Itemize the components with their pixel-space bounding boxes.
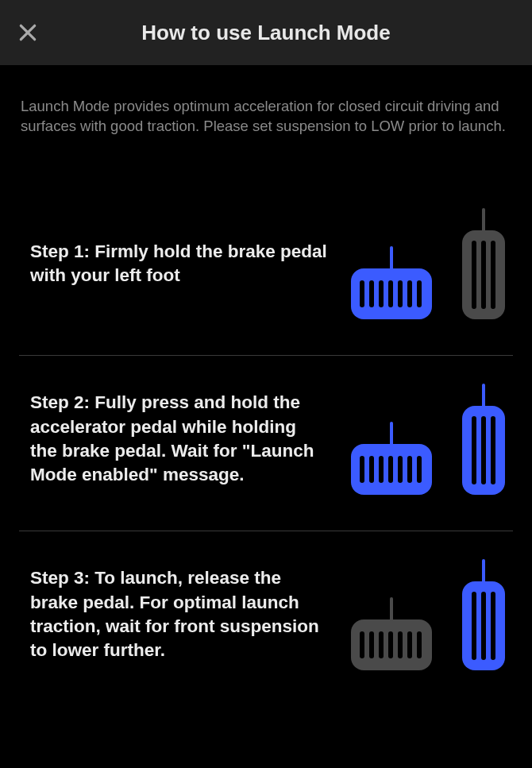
header: How to use Launch Mode [0,0,532,65]
close-icon [17,22,38,43]
step-label: Step 2: Fully press and hold the acceler… [19,391,351,488]
step-item: Step 3: To launch, release the brake ped… [19,531,513,706]
accelerator-pedal-icon [462,559,505,670]
svg-rect-16 [390,422,393,446]
step-label: Step 3: To launch, release the brake ped… [19,566,351,663]
steps-list: Step 1: Firmly hold the brake pedal with… [19,180,513,706]
intro-text: Launch Mode provides optimum acceleratio… [19,65,513,137]
pedals-illustration [351,559,513,670]
close-button[interactable] [17,22,38,43]
svg-rect-25 [482,384,485,407]
svg-rect-2 [390,246,393,270]
brake-pedal-icon [351,422,432,495]
pedals-illustration [351,384,513,495]
step-item: Step 2: Fully press and hold the acceler… [19,356,513,531]
pedals-illustration [351,208,513,319]
svg-rect-30 [390,597,393,621]
step-item: Step 1: Firmly hold the brake pedal with… [19,180,513,356]
svg-rect-39 [482,559,485,583]
brake-pedal-icon [351,597,432,670]
page-title: How to use Launch Mode [16,21,516,45]
svg-rect-11 [482,208,485,232]
step-label: Step 1: Firmly hold the brake pedal with… [19,240,351,288]
accelerator-pedal-icon [462,208,505,319]
content: Launch Mode provides optimum acceleratio… [0,65,532,706]
accelerator-pedal-icon [462,384,505,495]
brake-pedal-icon [351,246,432,319]
